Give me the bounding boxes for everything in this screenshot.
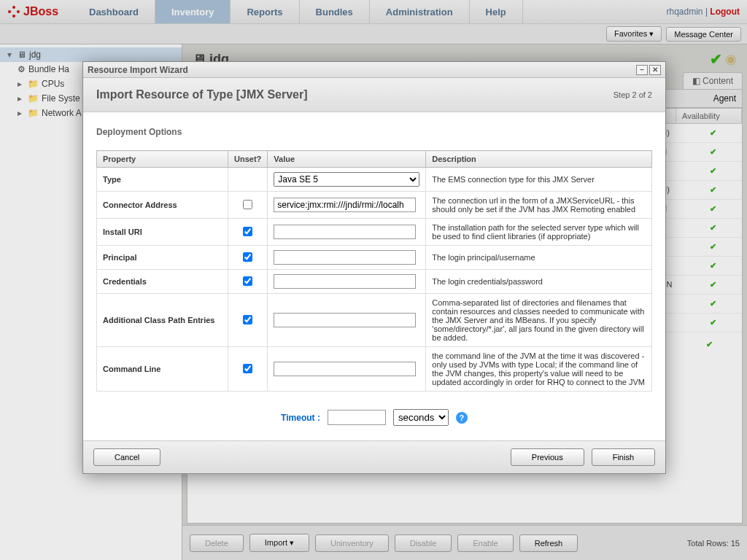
unset-checkbox[interactable] xyxy=(243,315,252,324)
prop-value: Java SE 5 xyxy=(268,168,426,192)
value-input[interactable] xyxy=(274,274,416,289)
prop-value xyxy=(268,294,426,347)
value-input[interactable] xyxy=(274,225,416,239)
prop-row-6: Command Linethe command line of the JVM … xyxy=(97,347,652,392)
prop-row-5: Additional Class Path EntriesComma-separ… xyxy=(97,294,652,347)
prop-desc: the command line of the JVM at the time … xyxy=(426,347,652,392)
unset-checkbox[interactable] xyxy=(243,364,252,373)
modal-footer: Cancel Previous Finish xyxy=(83,440,665,473)
prop-label: Install URI xyxy=(97,219,228,246)
value-input[interactable] xyxy=(274,362,416,376)
close-icon[interactable]: ✕ xyxy=(649,65,661,75)
prop-label: Additional Class Path Entries xyxy=(97,294,228,347)
prop-value xyxy=(268,246,426,270)
prop-label: Type xyxy=(97,168,228,192)
value-input[interactable] xyxy=(274,198,416,212)
prop-label: Command Line xyxy=(97,347,228,392)
timeout-row: Timeout : seconds ? xyxy=(96,409,652,426)
section-label: Deployment Options xyxy=(96,127,652,137)
unset-checkbox[interactable] xyxy=(243,227,252,236)
timeout-input[interactable] xyxy=(328,410,386,425)
prop-value xyxy=(268,219,426,246)
minimize-icon[interactable]: – xyxy=(636,65,648,75)
prop-desc: Comma-separated list of directories and … xyxy=(426,294,652,347)
help-icon[interactable]: ? xyxy=(456,412,468,424)
prop-row-2: Install URIThe installation path for the… xyxy=(97,219,652,246)
prop-row-1: Connector AddressThe connection url in t… xyxy=(97,192,652,219)
value-input[interactable] xyxy=(274,313,416,327)
prop-desc: The login principal/username xyxy=(426,246,652,270)
unset-checkbox[interactable] xyxy=(243,276,252,286)
prop-desc: The installation path for the selected s… xyxy=(426,219,652,246)
prop-label: Credentials xyxy=(97,270,228,294)
timeout-label: Timeout : xyxy=(281,413,320,423)
previous-button[interactable]: Previous xyxy=(511,448,584,466)
prop-desc: The login credentials/password xyxy=(426,270,652,294)
prop-unset xyxy=(228,294,268,347)
finish-button[interactable]: Finish xyxy=(592,448,655,466)
value-select[interactable]: Java SE 5 xyxy=(274,172,419,187)
modal-header: Import Resource of Type [JMX Server] Ste… xyxy=(83,78,665,112)
prop-value xyxy=(268,192,426,219)
th-value: Value xyxy=(268,151,426,168)
prop-value xyxy=(268,270,426,294)
th-description: Description xyxy=(426,151,652,168)
prop-row-0: TypeJava SE 5The EMS connection type for… xyxy=(97,168,652,192)
cancel-button[interactable]: Cancel xyxy=(93,448,160,466)
wizard-step: Step 2 of 2 xyxy=(614,90,652,99)
prop-unset xyxy=(228,270,268,294)
import-wizard-modal: Resource Import Wizard – ✕ Import Resour… xyxy=(82,61,666,474)
properties-table: Property Unset? Value Description TypeJa… xyxy=(96,150,652,392)
unset-checkbox[interactable] xyxy=(243,252,252,262)
prop-unset xyxy=(228,219,268,246)
timeout-unit-select[interactable]: seconds xyxy=(393,409,449,426)
modal-title-text: Resource Import Wizard xyxy=(88,65,188,75)
prop-desc: The EMS connection type for this JMX Ser… xyxy=(426,168,652,192)
prop-unset xyxy=(228,347,268,392)
prop-unset xyxy=(228,168,268,192)
modal-titlebar[interactable]: Resource Import Wizard – ✕ xyxy=(83,62,665,78)
value-input[interactable] xyxy=(274,250,416,265)
th-unset: Unset? xyxy=(228,151,268,168)
modal-heading: Import Resource of Type [JMX Server] xyxy=(96,88,308,101)
prop-unset xyxy=(228,192,268,219)
prop-label: Connector Address xyxy=(97,192,228,219)
prop-label: Principal xyxy=(97,246,228,270)
prop-desc: The connection url in the form of a JMXS… xyxy=(426,192,652,219)
prop-row-3: PrincipalThe login principal/username xyxy=(97,246,652,270)
prop-unset xyxy=(228,246,268,270)
th-property: Property xyxy=(97,151,228,168)
prop-row-4: CredentialsThe login credentials/passwor… xyxy=(97,270,652,294)
unset-checkbox[interactable] xyxy=(243,200,252,209)
prop-value xyxy=(268,347,426,392)
modal-body: Deployment Options Property Unset? Value… xyxy=(83,112,665,440)
